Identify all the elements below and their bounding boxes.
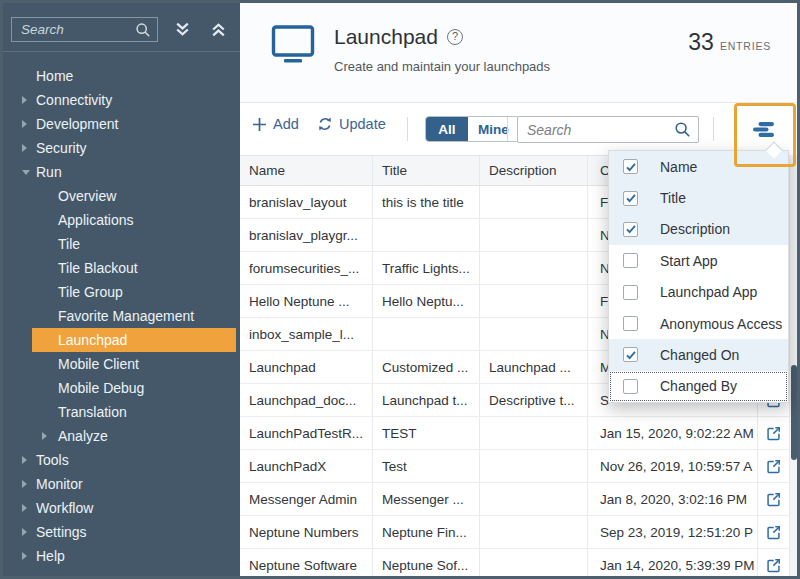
cell-actions [758, 483, 789, 515]
sidebar-item-security[interactable]: Security [3, 136, 240, 160]
vertical-scrollbar[interactable] [789, 155, 797, 576]
table-row[interactable]: Neptune Numbers Neptune Fin... Sep 23, 2… [240, 516, 797, 549]
open-launchpad-icon[interactable] [765, 491, 782, 508]
sidebar-item-label: Settings [36, 524, 87, 540]
scrollbar-thumb[interactable] [791, 365, 797, 460]
cell-description [480, 516, 588, 548]
filter-mine-button[interactable]: Mine [468, 117, 519, 141]
checkbox[interactable] [623, 347, 638, 362]
table-row[interactable]: LaunchPadTestR... TEST Jan 15, 2020, 9:0… [240, 417, 797, 450]
column-header-description[interactable]: Description [480, 156, 588, 185]
cell-description [480, 285, 588, 317]
sidebar-item-settings[interactable]: Settings [3, 520, 240, 544]
launchpad-monitor-icon [271, 24, 315, 68]
cell-description [480, 450, 588, 482]
sidebar-item-help[interactable]: Help [3, 544, 240, 568]
sidebar-item-analyze[interactable]: Analyze [3, 424, 240, 448]
sidebar-item-tools[interactable]: Tools [3, 448, 240, 472]
cell-name: Neptune Software [240, 549, 373, 579]
checkmark-icon [625, 192, 637, 204]
sidebar-item-monitor[interactable]: Monitor [3, 472, 240, 496]
cell-changed-on: Nov 26, 2019, 10:59:57 A [588, 450, 758, 482]
column-header-name[interactable]: Name [240, 156, 373, 185]
cell-name: Messenger Admin [240, 483, 373, 515]
sidebar-item-development[interactable]: Development [3, 112, 240, 136]
cell-actions [758, 450, 789, 482]
add-button[interactable]: Add [252, 116, 299, 132]
checkbox[interactable] [623, 191, 638, 206]
sidebar-item-overview[interactable]: Overview [3, 184, 240, 208]
sidebar-item-applications[interactable]: Applications [3, 208, 240, 232]
table-search-input[interactable] [525, 121, 674, 139]
cell-description [480, 186, 588, 218]
sidebar-item-launchpad[interactable]: Launchpad [32, 328, 236, 352]
sidebar-item-tile-group[interactable]: Tile Group [3, 280, 240, 304]
sidebar-item-label: Development [36, 116, 119, 132]
cell-title: Test [373, 450, 480, 482]
cell-actions [758, 516, 789, 548]
collapse-all-icon[interactable] [205, 16, 231, 42]
column-settings-button[interactable] [745, 116, 781, 143]
sidebar-item-favorite-management[interactable]: Favorite Management [3, 304, 240, 328]
cell-name: branislav_playgr... [240, 219, 373, 251]
update-button[interactable]: Update [317, 116, 386, 132]
column-menu-item-label: Title [660, 190, 686, 206]
expand-arrow-icon [22, 96, 27, 104]
sidebar-item-run[interactable]: Run [3, 160, 240, 184]
help-icon[interactable]: ? [447, 29, 463, 45]
sidebar-item-tile[interactable]: Tile [3, 232, 240, 256]
sidebar-item-home[interactable]: Home [3, 64, 240, 88]
cell-name: inbox_sample_l... [240, 318, 373, 350]
sidebar-search-input[interactable] [19, 21, 135, 38]
cell-title [373, 219, 480, 251]
sidebar-item-label: Tile Blackout [58, 260, 138, 276]
expand-arrow-icon [22, 480, 27, 488]
toolbar-separator [407, 117, 408, 141]
column-menu-item-changed-on[interactable]: Changed On [609, 339, 788, 370]
table-row[interactable]: Messenger Admin Messenger ... Jan 8, 202… [240, 483, 797, 516]
sidebar-item-mobile-client[interactable]: Mobile Client [3, 352, 240, 376]
column-menu-item-anonymous-access[interactable]: Anonymous Access [609, 308, 788, 339]
table-search[interactable] [517, 116, 699, 143]
sidebar-search[interactable] [11, 17, 158, 42]
expand-all-icon[interactable] [169, 16, 195, 42]
open-launchpad-icon[interactable] [765, 458, 782, 475]
sidebar-item-label: Tools [36, 452, 69, 468]
filter-all-button[interactable]: All [426, 117, 468, 141]
sidebar-item-workflow[interactable]: Workflow [3, 496, 240, 520]
column-menu-item-description[interactable]: Description [609, 214, 788, 245]
expand-arrow-icon [22, 504, 27, 512]
entries-count: 33 [688, 29, 714, 56]
sidebar-item-connectivity[interactable]: Connectivity [3, 88, 240, 112]
sidebar-item-label: Tile Group [58, 284, 123, 300]
page-subtitle: Create and maintain your launchpads [334, 59, 550, 74]
checkbox[interactable] [623, 379, 638, 394]
search-icon [135, 22, 151, 38]
column-settings-icon [752, 121, 775, 138]
open-launchpad-icon[interactable] [765, 425, 782, 442]
column-menu-item-launchpad-app[interactable]: Launchpad App [609, 277, 788, 308]
checkbox[interactable] [623, 285, 638, 300]
column-header-title[interactable]: Title [373, 156, 480, 185]
checkbox[interactable] [623, 316, 638, 331]
cell-name: Launchpad [240, 351, 373, 383]
checkbox[interactable] [623, 253, 638, 268]
cell-description: Launchpad ... [480, 351, 588, 383]
open-launchpad-icon[interactable] [765, 524, 782, 541]
sidebar-item-tile-blackout[interactable]: Tile Blackout [3, 256, 240, 280]
table-row[interactable]: LaunchPadX Test Nov 26, 2019, 10:59:57 A [240, 450, 797, 483]
sidebar-item-label: Applications [58, 212, 134, 228]
open-launchpad-icon[interactable] [765, 557, 782, 574]
cell-name: Launchpad_doc... [240, 384, 373, 416]
checkbox[interactable] [623, 222, 638, 237]
table-row[interactable]: Neptune Software Neptune Sof... Jan 14, … [240, 549, 797, 579]
column-menu-item-changed-by[interactable]: Changed By [609, 371, 788, 402]
sidebar-item-label: Analyze [58, 428, 108, 444]
expand-arrow-icon [22, 552, 27, 560]
column-menu-item-name[interactable]: Name [609, 151, 788, 182]
column-menu-item-title[interactable]: Title [609, 182, 788, 213]
sidebar-item-mobile-debug[interactable]: Mobile Debug [3, 376, 240, 400]
sidebar-item-translation[interactable]: Translation [3, 400, 240, 424]
checkbox[interactable] [623, 159, 638, 174]
column-menu-item-start-app[interactable]: Start App [609, 245, 788, 276]
